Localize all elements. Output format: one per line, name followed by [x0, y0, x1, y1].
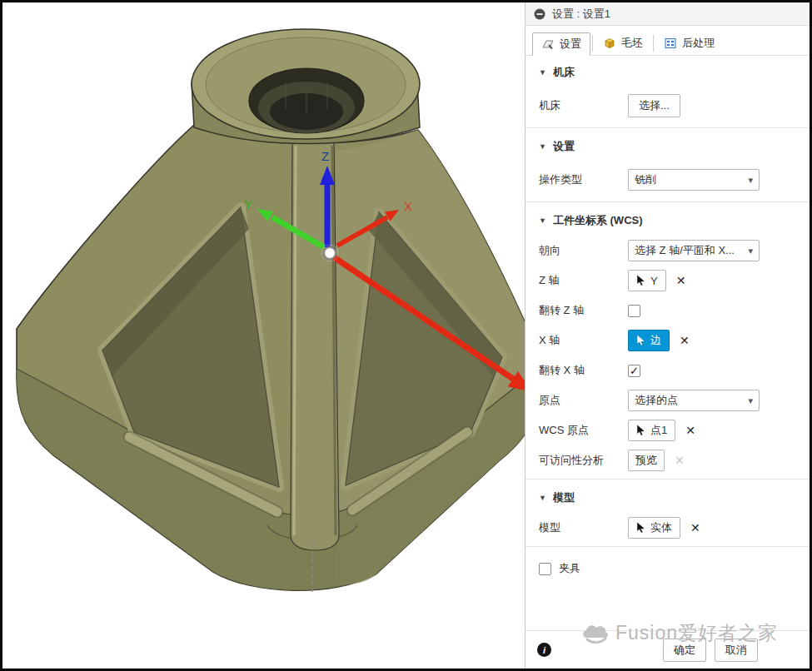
y-axis-label: Y: [244, 197, 252, 211]
tab-stock-label: 毛坯: [621, 36, 643, 51]
tab-separator: [592, 35, 593, 52]
wcs-origin-selection-button[interactable]: 点1: [628, 420, 675, 441]
fixture-checkbox[interactable]: [539, 563, 551, 575]
wcs-origin-row: WCS 原点 点1 ✕: [526, 415, 810, 445]
part-model[interactable]: X Z Y: [2, 2, 525, 669]
orientation-select[interactable]: 选择 Z 轴/平面和 X... ▾: [628, 240, 760, 261]
flip-z-label: 翻转 Z 轴: [539, 303, 628, 318]
section-machine-header[interactable]: ▼ 机床: [526, 57, 810, 87]
fixture-row: 夹具: [526, 550, 810, 587]
tab-post-process[interactable]: 后处理: [655, 32, 723, 55]
orientation-row: 朝向 选择 Z 轴/平面和 X... ▾: [526, 236, 810, 266]
origin-row: 原点 选择的点 ▾: [526, 385, 810, 415]
model-selection-value: 实体: [650, 520, 672, 535]
section-model-header[interactable]: ▼ 模型: [526, 483, 810, 513]
x-axis-row: X 轴 边 ✕: [526, 326, 810, 355]
operation-type-value: 铣削: [635, 172, 656, 187]
operation-type-row: 操作类型 铣削 ▾: [526, 162, 810, 198]
machine-select-button[interactable]: 选择...: [628, 94, 680, 117]
cursor-icon: [636, 425, 646, 436]
divider: [526, 546, 810, 547]
dialog-title: 设置 : 设置1: [552, 7, 610, 22]
tab-setup-label: 设置: [560, 37, 581, 52]
accessibility-label: 可访问性分析: [539, 453, 628, 468]
z-axis-selection-button[interactable]: Y: [628, 270, 666, 291]
x-axis-selection-value: 边: [650, 333, 661, 348]
setup-dialog: 设置 : 设置1 设置 毛坯: [525, 2, 810, 669]
wcs-origin-selection-value: 点1: [650, 423, 667, 438]
x-axis-selection-button[interactable]: 边: [628, 330, 670, 351]
cursor-icon: [636, 275, 646, 286]
collapse-arrow-icon: ▼: [539, 494, 546, 502]
cursor-icon: [636, 335, 646, 346]
section-wcs-title: 工件坐标系 (WCS): [553, 213, 643, 228]
tab-stock[interactable]: 毛坯: [595, 32, 651, 55]
info-icon[interactable]: i: [537, 643, 551, 657]
accessibility-preview-button[interactable]: 预览: [628, 450, 665, 471]
tab-post-process-label: 后处理: [682, 36, 715, 51]
collapse-arrow-icon: ▼: [539, 68, 546, 77]
dialog-tabs: 设置 毛坯 后处理: [526, 26, 810, 56]
fixture-label: 夹具: [559, 561, 580, 576]
collapse-arrow-icon: ▼: [539, 216, 546, 225]
tab-separator: [653, 35, 654, 52]
tab-setup[interactable]: 设置: [532, 32, 590, 56]
z-axis-label: Z: [321, 149, 329, 163]
section-model-title: 模型: [553, 490, 575, 505]
origin-marker[interactable]: [321, 245, 338, 261]
dialog-header: 设置 : 设置1: [526, 2, 810, 26]
orientation-value: 选择 Z 轴/平面和 X...: [635, 243, 735, 258]
section-wcs-header[interactable]: ▼ 工件坐标系 (WCS): [526, 206, 810, 236]
model-clear-icon[interactable]: ✕: [690, 522, 700, 534]
flip-x-checkbox[interactable]: ✓: [628, 365, 640, 377]
origin-value: 选择的点: [635, 393, 678, 408]
machine-row: 机床 选择...: [526, 87, 810, 124]
model-label: 模型: [539, 520, 628, 535]
flip-z-row: 翻转 Z 轴: [526, 296, 810, 326]
ok-button[interactable]: 确定: [663, 639, 706, 662]
x-axis-clear-icon[interactable]: ✕: [680, 335, 690, 346]
model-selection-button[interactable]: 实体: [628, 517, 680, 539]
check-icon: ✓: [630, 365, 639, 377]
section-setup-header[interactable]: ▼ 设置: [526, 132, 810, 162]
z-axis-row-label: Z 轴: [539, 273, 628, 288]
cancel-button[interactable]: 取消: [715, 639, 758, 662]
section-setup-title: 设置: [553, 139, 575, 154]
dialog-body: ▼ 机床 机床 选择... ▼ 设置 操作类型 铣削 ▾: [526, 56, 810, 630]
wcs-origin-label: WCS 原点: [539, 423, 628, 438]
post-process-tab-icon: [664, 37, 677, 50]
chevron-down-icon: ▾: [748, 246, 753, 256]
z-axis-selection-value: Y: [650, 275, 658, 287]
divider: [526, 127, 810, 128]
accessibility-row: 可访问性分析 预览 ✕: [526, 445, 810, 475]
3d-viewport[interactable]: X Z Y: [2, 2, 525, 669]
collapse-arrow-icon: ▼: [539, 142, 546, 151]
divider: [526, 479, 810, 480]
dialog-footer: i 确定 取消: [526, 630, 810, 669]
accessibility-clear-icon[interactable]: ✕: [675, 455, 685, 466]
cursor-icon: [636, 522, 646, 534]
flip-x-row: 翻转 X 轴 ✓: [526, 355, 810, 385]
operation-type-select[interactable]: 铣削 ▾: [628, 169, 760, 191]
setup-tab-icon: [541, 37, 555, 51]
machine-label: 机床: [539, 98, 628, 113]
chevron-down-icon: ▾: [748, 175, 753, 186]
setup-dialog-icon: [534, 8, 545, 20]
x-axis-label: X: [404, 199, 412, 213]
fusion-cam-setup-window: X Z Y 设置 : 设置1: [0, 0, 812, 671]
x-axis-row-label: X 轴: [539, 333, 628, 348]
divider: [526, 201, 810, 202]
z-axis-row: Z 轴 Y ✕: [526, 266, 810, 296]
z-axis-clear-icon[interactable]: ✕: [676, 275, 686, 286]
operation-type-label: 操作类型: [539, 172, 628, 187]
wcs-origin-clear-icon[interactable]: ✕: [685, 425, 695, 436]
chevron-down-icon: ▾: [748, 395, 753, 406]
orientation-label: 朝向: [539, 243, 628, 258]
model-row: 模型 实体 ✕: [526, 513, 810, 543]
flip-z-checkbox[interactable]: [628, 305, 640, 317]
origin-select[interactable]: 选择的点 ▾: [628, 390, 760, 411]
section-machine-title: 机床: [553, 65, 575, 80]
flip-x-label: 翻转 X 轴: [539, 363, 628, 378]
origin-label: 原点: [539, 393, 628, 408]
stock-tab-icon: [603, 37, 616, 50]
